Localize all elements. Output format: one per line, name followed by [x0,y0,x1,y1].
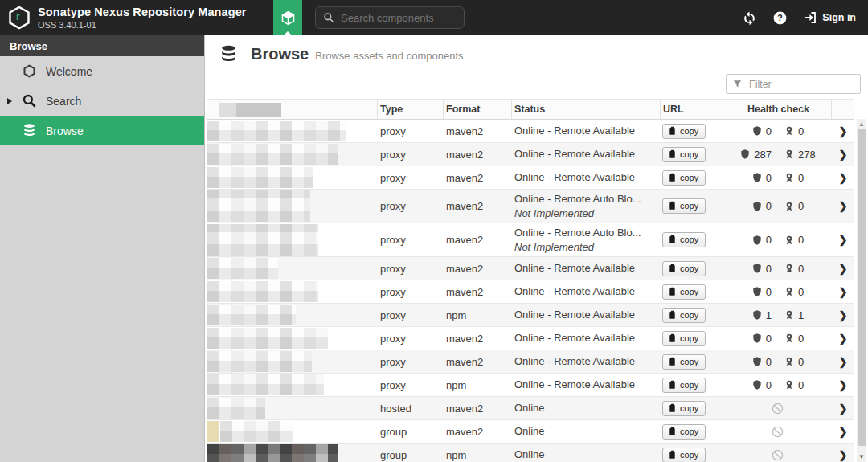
search-components-input[interactable] [339,11,484,25]
clipboard-icon [668,201,677,211]
license-issues-count: 0 [798,234,804,246]
copy-url-button[interactable]: copy [662,261,706,276]
chevron-right-icon[interactable]: ❯ [832,172,854,184]
chevron-right-icon[interactable]: ❯ [832,379,854,391]
table-row[interactable]: proxymaven2Online - Remote Availablecopy… [207,327,854,350]
health-check-cell[interactable]: 11 [723,309,832,321]
copy-url-button[interactable]: copy [662,378,706,393]
health-check-cell[interactable] [723,425,832,439]
copy-url-button[interactable]: copy [662,124,706,139]
copy-url-button[interactable]: copy [662,308,706,323]
sign-in-button[interactable]: Sign in [803,10,856,25]
copy-url-button[interactable]: copy [662,354,706,370]
browse-mode-tab[interactable] [273,0,302,35]
chevron-right-icon[interactable]: ❯ [832,125,854,137]
repo-format: maven2 [444,426,512,438]
table-row[interactable]: proxymaven2Online - Remote Availablecopy… [207,280,854,304]
table-row[interactable]: proxymaven2Online - Remote Availablecopy… [207,120,854,143]
redacted-block [220,421,293,442]
vertical-scrollbar[interactable]: ▲ ▼ [857,119,866,462]
chevron-right-icon[interactable]: ❯ [832,263,854,275]
chevron-right-icon[interactable]: ❯ [832,286,854,298]
chevron-right-icon[interactable]: ❯ [832,356,854,368]
chevron-right-icon[interactable]: ❯ [832,449,854,461]
health-check-cell[interactable]: 00 [723,200,832,212]
sidebar-item-welcome[interactable]: Welcome [0,56,204,86]
filter-funnel-icon [732,79,743,89]
copy-url-button[interactable]: copy [662,198,706,214]
table-row[interactable]: proxynpmOnline - Remote Availablecopy00❯ [207,374,854,397]
filter-box[interactable] [726,74,861,94]
shield-icon [751,333,763,344]
table-row[interactable]: proxymaven2Online - Remote Availablecopy… [207,350,854,374]
copy-url-button[interactable]: copy [662,284,706,300]
chevron-right-icon[interactable]: ❯ [832,234,854,246]
table-row[interactable]: proxymaven2Online - Remote Availablecopy… [207,143,854,166]
license-issues-count: 1 [798,309,804,321]
column-header-url[interactable]: URL [661,100,723,119]
chevron-right-icon[interactable]: ❯ [832,309,854,321]
chevron-right-icon[interactable]: ❯ [832,426,854,438]
health-check-cell[interactable]: 00 [723,125,832,137]
table-row[interactable]: proxynpmOnline - Remote Availablecopy11❯ [207,304,854,327]
sidebar-item-browse[interactable]: Browse [0,116,204,145]
repo-status: Online [512,448,661,462]
repo-type: proxy [378,149,444,161]
scrollbar-thumb[interactable] [858,129,866,446]
redacted-block [207,281,318,302]
table-row[interactable]: groupmaven2Onlinecopy❯ [207,420,854,444]
column-header-status[interactable]: Status [512,100,661,119]
copy-url-button[interactable]: copy [662,401,706,416]
security-issues-count: 0 [766,286,772,298]
expander-arrow-icon[interactable] [7,98,12,104]
repository-name-redacted [207,374,378,396]
chevron-right-icon[interactable]: ❯ [832,200,854,212]
table-row[interactable]: proxymaven2Online - Remote Availablecopy… [207,166,854,190]
chevron-right-icon[interactable]: ❯ [832,149,854,161]
health-check-cell[interactable]: 00 [723,333,832,345]
health-check-cell[interactable]: 00 [723,172,832,184]
health-check-cell[interactable]: 00 [723,286,832,298]
global-search-box[interactable] [315,6,465,29]
health-check-cell[interactable]: 00 [723,356,832,368]
copy-url-button[interactable]: copy [662,170,706,186]
repository-name-redacted [207,420,378,443]
refresh-icon[interactable] [742,10,757,26]
filter-input[interactable] [747,78,868,91]
health-check-cell[interactable]: 00 [723,234,832,246]
health-check-cell[interactable] [723,402,832,415]
app-title: Sonatype Nexus Repository Manager [38,6,247,18]
chevron-right-icon[interactable]: ❯ [832,403,854,415]
table-row[interactable]: proxymaven2Online - Remote Auto Blo...No… [207,190,854,223]
copy-url-button[interactable]: copy [662,424,706,440]
license-issues-count: 0 [798,333,804,345]
health-check-cell[interactable]: 00 [723,263,832,275]
repo-status: Online - Remote Available [512,170,661,185]
table-row[interactable]: groupnpmOnlinecopy❯ [207,444,854,462]
repo-format: maven2 [444,125,512,137]
column-header-health-check[interactable]: Health check [723,100,832,119]
repository-name-redacted [207,143,378,166]
help-icon[interactable]: ? [772,10,788,26]
security-issues-count: 1 [766,309,772,321]
license-badge-icon [784,333,795,344]
copy-url-button[interactable]: copy [662,331,706,346]
copy-url-button[interactable]: copy [662,147,706,162]
health-check-cell[interactable]: 00 [723,379,832,391]
chevron-right-icon[interactable]: ❯ [832,333,854,345]
copy-url-button[interactable]: copy [662,232,706,247]
health-check-cell[interactable] [723,448,832,462]
table-row[interactable]: proxymaven2Online - Remote Availablecopy… [207,257,854,280]
health-check-cell[interactable]: 287278 [723,149,832,161]
copy-url-button[interactable]: copy [662,448,706,462]
table-row[interactable]: hostedmaven2Onlinecopy❯ [207,397,854,420]
column-header-format[interactable]: Format [444,100,512,119]
scroll-up-icon[interactable]: ▲ [857,119,866,129]
scroll-down-icon[interactable]: ▼ [857,452,866,462]
table-header-row: Type Format Status URL Health check [207,99,854,120]
repository-name-redacted [207,350,378,373]
sidebar-item-search[interactable]: Search [0,86,204,116]
table-row[interactable]: proxymaven2Online - Remote Auto Blo...No… [207,223,854,257]
column-header-type[interactable]: Type [378,100,444,119]
column-header-name-redacted[interactable] [207,100,378,119]
